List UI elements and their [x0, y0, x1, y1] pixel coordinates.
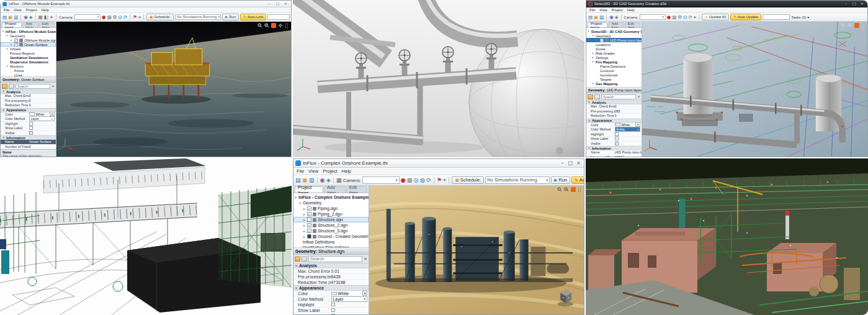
menu-project[interactable]: Project: [323, 168, 337, 174]
tree-item[interactable]: ▾Gas Mapping: [586, 81, 642, 86]
section-header[interactable]: ▾Analysis: [586, 100, 642, 104]
tab-project-items[interactable]: Project Items: [2, 22, 22, 27]
pick-icon[interactable]: ⌖: [138, 15, 141, 20]
checkbox[interactable]: ✓: [307, 229, 311, 233]
expander-icon[interactable]: ▸: [303, 207, 306, 211]
camera-home-icon[interactable]: ◉: [24, 15, 28, 20]
simulation-combo[interactable]: No Simulations Running▾: [485, 176, 550, 184]
tree-item[interactable]: ▾Fire Mapping: [586, 60, 642, 64]
menu-help[interactable]: Help: [627, 8, 635, 12]
save-icon[interactable]: ▥: [309, 177, 315, 183]
view-mode-icon[interactable]: ◈: [29, 15, 33, 20]
layout-grid-icon[interactable]: [271, 23, 276, 28]
layers-icon[interactable]: [9, 84, 14, 89]
minimize-button[interactable]: –: [266, 2, 273, 6]
tab-project-items[interactable]: Project Items: [588, 22, 607, 27]
pick-icon[interactable]: ⌖: [443, 177, 446, 183]
expander-icon[interactable]: ▸: [591, 56, 594, 59]
update-all-button[interactable]: ⚠Update All: [702, 14, 729, 20]
tree-item[interactable]: ▾Geometry: [1, 34, 56, 38]
checkbox[interactable]: ✓: [307, 223, 311, 227]
tree-item[interactable]: ▾Detect3D - 3D CAD Geometry Creation: [586, 29, 642, 34]
tree-item[interactable]: ▸✓Piping_2.dgn: [293, 211, 369, 217]
tree-item[interactable]: Ventilation Simulations: [1, 55, 56, 60]
screenshot-icon[interactable]: ▩: [672, 15, 676, 20]
new-icon[interactable]: ▤: [2, 15, 7, 20]
menu-help[interactable]: Help: [42, 8, 49, 12]
filter-icon[interactable]: [295, 257, 300, 262]
expander-icon[interactable]: ▸: [303, 212, 306, 216]
tree-item[interactable]: ▸Risk Grades: [586, 51, 642, 55]
section-header[interactable]: ▾Analysis: [293, 263, 369, 268]
run-button[interactable]: ▶Run: [222, 14, 239, 20]
expander-icon[interactable]: ▾: [591, 82, 594, 85]
expander-icon[interactable]: ▾: [298, 201, 302, 205]
view-mode-icon[interactable]: ◈: [615, 15, 619, 20]
tree-item[interactable]: ▾Monitors: [1, 64, 56, 68]
zoom-in-icon[interactable]: [848, 23, 852, 28]
maximize-button[interactable]: □: [274, 2, 281, 6]
checkbox[interactable]: [331, 314, 335, 314]
camera-home-icon[interactable]: ◉: [609, 15, 614, 20]
chevron-down-icon[interactable]: ▾: [50, 112, 55, 116]
refresh-icon[interactable]: ⟳: [123, 15, 127, 20]
tree-item[interactable]: ▾InFlux - Complex Onshore Example: [293, 194, 369, 200]
dropdown[interactable]: Layer▾: [29, 116, 55, 121]
tree-item[interactable]: ▾Geometry: [586, 34, 642, 38]
checkbox[interactable]: [615, 137, 619, 140]
save-icon[interactable]: ▥: [14, 15, 18, 20]
expander-icon[interactable]: ▸: [10, 39, 13, 42]
section-header[interactable]: ▾Appearance: [293, 285, 369, 291]
tree-item[interactable]: Isovolumes: [586, 73, 642, 77]
zoom-in-icon[interactable]: [564, 187, 569, 192]
expander-icon[interactable]: ▾: [6, 34, 9, 37]
tree-item[interactable]: ▸✓Ocean Surface: [1, 42, 56, 47]
drag-handle-icon[interactable]: [578, 187, 581, 192]
tree-item[interactable]: ▸✓Structure_3.dgn: [293, 228, 369, 234]
new-icon[interactable]: ▤: [295, 177, 301, 183]
clear-search-icon[interactable]: ✕: [364, 257, 367, 262]
section-header[interactable]: ▾Information: [1, 135, 56, 140]
checkbox[interactable]: [29, 122, 33, 126]
checkbox[interactable]: [307, 217, 311, 222]
section-header[interactable]: ▾Analysis: [1, 89, 56, 94]
tree-item[interactable]: ▾InFlux - Offshore Module Example: [1, 29, 56, 34]
menu-file[interactable]: File: [589, 8, 595, 12]
open-icon[interactable]: ▣: [594, 15, 598, 20]
clear-search-icon[interactable]: ✕: [51, 84, 55, 88]
zoom-in-icon[interactable]: [264, 23, 269, 28]
settings-icon[interactable]: ⚙: [113, 15, 117, 20]
view-mode-icon[interactable]: ◈: [326, 177, 331, 183]
minimize-button[interactable]: –: [559, 161, 566, 166]
tree-item[interactable]: Lines: [1, 73, 56, 77]
filter-icon[interactable]: [588, 94, 593, 99]
wireframe-plant-scene[interactable]: [0, 158, 292, 315]
checkbox[interactable]: [29, 126, 33, 130]
color-swatch[interactable]: [331, 292, 337, 295]
drag-handle-icon[interactable]: [285, 23, 289, 28]
search-input[interactable]: [308, 256, 362, 262]
auto-link-button[interactable]: ✎Auto-Link: [571, 176, 584, 185]
minimize-button[interactable]: –: [843, 2, 849, 6]
tab-add-item[interactable]: Add Item: [324, 186, 346, 193]
expander-icon[interactable]: ▸: [10, 43, 13, 46]
expander-icon[interactable]: ▾: [591, 34, 594, 37]
zoom-out-icon[interactable]: [257, 23, 262, 28]
layout-grid-icon[interactable]: [571, 187, 576, 192]
camera-combo[interactable]: ▾: [640, 14, 666, 20]
tab-edit-item[interactable]: Edit Item: [39, 22, 55, 27]
menu-view[interactable]: View: [14, 8, 21, 12]
pick-icon[interactable]: ⌖: [694, 15, 696, 20]
checkbox[interactable]: [331, 308, 335, 312]
clear-search-icon[interactable]: ✕: [637, 95, 640, 99]
expander-icon[interactable]: ▸: [591, 52, 594, 55]
menu-view[interactable]: View: [599, 8, 607, 12]
color-swatch[interactable]: [615, 123, 620, 126]
expander-icon[interactable]: ▸: [303, 229, 306, 233]
open-icon[interactable]: ▣: [302, 177, 308, 183]
color-swatch[interactable]: [29, 112, 35, 116]
drag-handle-icon[interactable]: [861, 23, 865, 28]
section-header[interactable]: ▾Information: [586, 146, 642, 150]
checkbox[interactable]: [615, 132, 619, 136]
expander-icon[interactable]: ▾: [294, 196, 297, 199]
